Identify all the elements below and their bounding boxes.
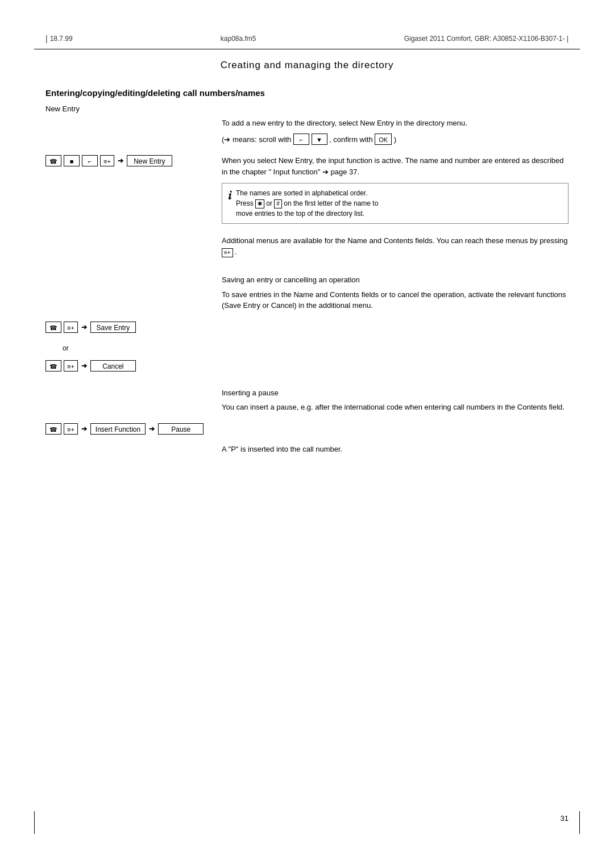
menu-inline-btn: ≡+: [222, 248, 233, 257]
square-btn: ■: [64, 155, 80, 166]
scroll-left-btn: ⌐: [293, 133, 309, 145]
arrow-icon: ➔: [118, 157, 123, 165]
new-entry-desc-text: When you select New Entry, the input fun…: [222, 155, 569, 177]
phone-btn: ☎: [45, 155, 61, 166]
scroll-btn: ⌐: [82, 155, 98, 166]
insert-function-row: ☎ ≡+ ➔ Insert Function ➔ Pause: [45, 423, 569, 438]
intro-row: To add a new entry to the directory, sel…: [45, 118, 569, 149]
cancel-buttons: ☎ ≡+ ➔ Cancel: [45, 360, 216, 375]
note-icon: 𝑖: [228, 188, 231, 219]
additional-menus-text: Additional menus are available for the N…: [222, 235, 569, 257]
new-entry-label-btn: New Entry: [127, 155, 172, 166]
scroll-down-btn: ▼: [312, 133, 327, 145]
intro-col-left: [45, 118, 216, 149]
insert-function-button-row: ☎ ≡+ ➔ Insert Function ➔ Pause: [45, 423, 204, 435]
inserting-description: You can insert a pause, e.g. after the i…: [222, 402, 569, 413]
or-col-right: [216, 342, 569, 354]
header-file: kap08a.fm5: [221, 35, 256, 43]
arrow-insert: ➔: [81, 425, 87, 433]
insert-function-col-right: [216, 423, 569, 438]
menu-icon-cancel: ≡+: [64, 360, 78, 372]
new-entry-row: ☎ ■ ⌐ ≡+ ➔ New Entry When you select New…: [45, 155, 569, 229]
new-entry-sub-heading: New Entry: [45, 105, 569, 113]
additional-col-right: Additional menus are available for the N…: [216, 235, 569, 262]
phone-btn-cancel: ☎: [45, 360, 61, 372]
p-inserted-text: A "P" is inserted into the call number.: [222, 444, 569, 455]
cancel-row: ☎ ≡+ ➔ Cancel: [45, 360, 569, 375]
inserting-col-right: Inserting a pause You can insert a pause…: [216, 381, 569, 418]
main-content: Entering/copying/editing/deleting call n…: [34, 77, 580, 476]
saving-heading: Saving an entry or cancelling an operati…: [222, 274, 569, 286]
p-inserted-col-right: A "P" is inserted into the call number.: [216, 444, 569, 460]
header-product: Gigaset 2011 Comfort, GBR: A30852-X1106-…: [404, 35, 569, 43]
intro-text: To add a new entry to the directory, sel…: [222, 118, 569, 129]
menu-icon-btn: ≡+: [100, 155, 114, 166]
arrow-insert2: ➔: [149, 425, 155, 433]
phone-btn-insert: ☎: [45, 423, 61, 435]
menu-icon-save: ≡+: [64, 322, 78, 333]
new-entry-buttons: ☎ ■ ⌐ ≡+ ➔ New Entry: [45, 155, 216, 229]
saving-col-right: Saving an entry or cancelling an operati…: [216, 268, 569, 316]
cancel-col-right: [216, 360, 569, 375]
inserting-col-left: [45, 381, 216, 418]
note-text: The names are sorted in alphabetical ord…: [236, 188, 562, 219]
or-text: or: [63, 344, 69, 352]
or-col-left: or: [45, 342, 216, 354]
new-entry-button-row: ☎ ■ ⌐ ≡+ ➔ New Entry: [45, 155, 172, 166]
pause-label: Pause: [158, 423, 204, 435]
page-title: Creating and managing the directory: [45, 60, 569, 71]
saving-row: Saving an entry or cancelling an operati…: [45, 268, 569, 316]
bottom-right-line: [579, 811, 580, 834]
additional-menus-row: Additional menus are available for the N…: [45, 235, 569, 262]
save-entry-col-right: [216, 322, 569, 336]
arrow-save: ➔: [81, 323, 87, 331]
insert-function-buttons: ☎ ≡+ ➔ Insert Function ➔ Pause: [45, 423, 216, 438]
bottom-left-line: [34, 811, 35, 834]
note-box: 𝑖 The names are sorted in alphabetical o…: [222, 183, 569, 224]
insert-function-label: Insert Function: [90, 423, 146, 435]
inserting-heading: Inserting a pause: [222, 387, 569, 399]
menu-icon-insert: ≡+: [64, 423, 78, 435]
or-row: or: [45, 342, 569, 354]
page-title-area: Creating and managing the directory: [34, 49, 580, 77]
save-entry-button-row: ☎ ≡+ ➔ Save Entry: [45, 322, 136, 333]
header-date: 18.7.99: [45, 34, 73, 43]
section-heading: Entering/copying/editing/deleting call n…: [45, 88, 569, 98]
ok-btn-legend: OK: [375, 133, 392, 145]
saving-description: To save entries in the Name and Contents…: [222, 289, 569, 311]
intro-col-right: To add a new entry to the directory, sel…: [216, 118, 569, 149]
hash-btn: #: [274, 199, 282, 208]
save-entry-label: Save Entry: [90, 322, 136, 333]
header-meta: 18.7.99 kap08a.fm5 Gigaset 2011 Comfort,…: [0, 0, 614, 49]
saving-col-left: [45, 268, 216, 316]
additional-col-left: [45, 235, 216, 262]
page-number: 31: [561, 814, 569, 823]
arrow-cancel: ➔: [81, 362, 87, 370]
cancel-button-row: ☎ ≡+ ➔ Cancel: [45, 360, 136, 372]
page: 18.7.99 kap08a.fm5 Gigaset 2011 Comfort,…: [0, 0, 614, 868]
legend-text: (➔ means: scroll with ⌐ ▼ , confirm with…: [222, 133, 569, 145]
p-inserted-row: A "P" is inserted into the call number.: [45, 444, 569, 460]
new-entry-description: When you select New Entry, the input fun…: [216, 155, 569, 229]
p-inserted-col-left: [45, 444, 216, 460]
save-entry-buttons: ☎ ≡+ ➔ Save Entry: [45, 322, 216, 336]
cancel-label: Cancel: [90, 360, 136, 372]
inserting-row: Inserting a pause You can insert a pause…: [45, 381, 569, 418]
phone-btn-save: ☎: [45, 322, 61, 333]
star-btn: ✱: [255, 199, 264, 208]
save-entry-row: ☎ ≡+ ➔ Save Entry: [45, 322, 569, 336]
